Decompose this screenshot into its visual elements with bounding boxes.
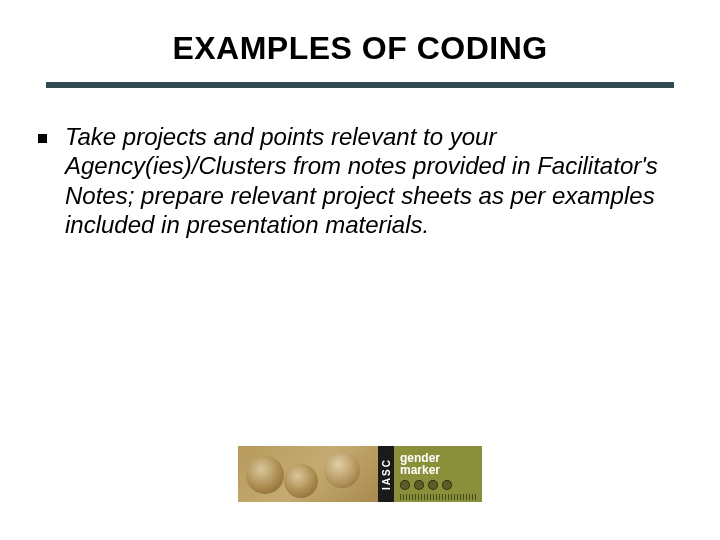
iasc-label: IASC [381,458,392,490]
slide-title: EXAMPLES OF CODING [0,30,720,67]
body: Take projects and points relevant to you… [38,122,678,239]
footer-logo: IASC gender marker [238,446,482,502]
iasc-badge: IASC [378,446,394,502]
gender-marker-subtext [400,494,476,500]
bullet-marker [38,134,47,143]
bullet-item: Take projects and points relevant to you… [38,122,678,239]
gender-marker-label: gender marker [400,452,476,476]
dot-icon [428,480,438,490]
gender-marker-dots [400,480,476,490]
dot-icon [400,480,410,490]
logo-photo-strip [238,446,378,502]
title-underline [46,82,674,88]
logo-face-icon [324,452,360,488]
slide: EXAMPLES OF CODING Take projects and poi… [0,0,720,540]
dot-icon [442,480,452,490]
bullet-text: Take projects and points relevant to you… [65,122,678,239]
gender-marker-badge: gender marker [394,446,482,502]
dot-icon [414,480,424,490]
title-wrap: EXAMPLES OF CODING [0,30,720,67]
